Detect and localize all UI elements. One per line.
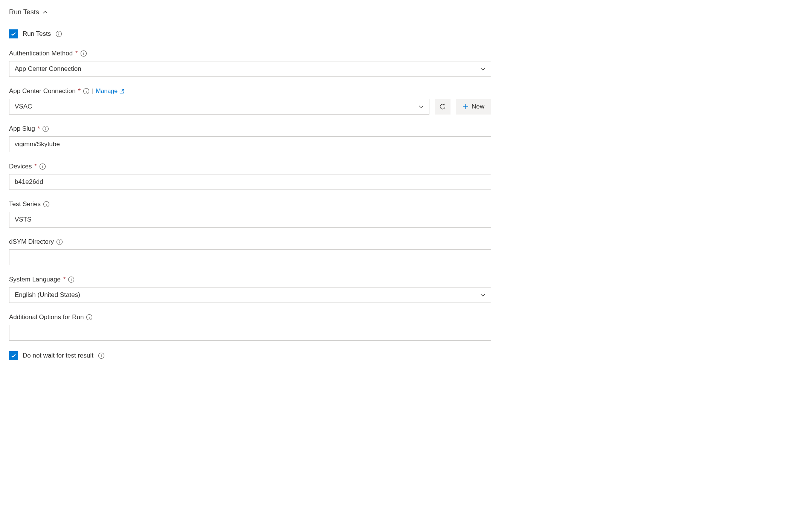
auth-method-value: App Center Connection: [15, 65, 81, 73]
sys-lang-label: System Language *: [9, 276, 66, 283]
dsym-label: dSYM Directory: [9, 238, 54, 246]
run-tests-checkbox-row: Run Tests: [9, 29, 779, 38]
connection-label: App Center Connection *: [9, 87, 81, 95]
svg-point-21: [59, 240, 60, 241]
svg-point-1: [59, 32, 59, 33]
svg-point-27: [89, 316, 90, 316]
auth-method-label: Authentication Method *: [9, 50, 78, 57]
manage-link[interactable]: Manage: [96, 88, 124, 95]
chevron-down-icon: [418, 104, 424, 109]
refresh-button[interactable]: [435, 99, 451, 115]
new-button-label: New: [472, 103, 484, 110]
devices-group: Devices *: [9, 163, 491, 190]
test-series-input[interactable]: [9, 212, 491, 228]
add-options-group: Additional Options for Run: [9, 313, 491, 341]
connection-select[interactable]: VSAC: [9, 99, 429, 115]
app-center-connection-group: App Center Connection * | Manage VSAC: [9, 87, 491, 115]
section-title: Run Tests: [9, 8, 39, 16]
devices-label: Devices *: [9, 163, 37, 170]
app-slug-input[interactable]: [9, 136, 491, 152]
add-options-label: Additional Options for Run: [9, 313, 84, 321]
info-icon[interactable]: [43, 201, 50, 208]
info-icon[interactable]: [86, 314, 93, 321]
sys-lang-value: English (United States): [15, 291, 80, 299]
chevron-down-icon: [480, 292, 486, 298]
info-icon[interactable]: [83, 88, 90, 95]
test-series-label: Test Series: [9, 200, 41, 208]
info-icon[interactable]: [42, 125, 49, 132]
no-wait-checkbox[interactable]: [9, 351, 18, 360]
svg-point-15: [42, 165, 43, 165]
new-button[interactable]: New: [456, 99, 491, 115]
svg-point-18: [46, 203, 46, 203]
no-wait-checkbox-row: Do not wait for test result: [9, 351, 779, 360]
external-link-icon: [119, 89, 124, 94]
plus-icon: [463, 104, 469, 110]
app-slug-group: App Slug *: [9, 125, 491, 152]
svg-point-12: [46, 127, 46, 128]
info-icon[interactable]: [68, 276, 75, 283]
sys-lang-group: System Language * English (United States…: [9, 276, 491, 303]
svg-point-7: [86, 90, 86, 90]
auth-method-select[interactable]: App Center Connection: [9, 61, 491, 77]
auth-method-group: Authentication Method * App Center Conne…: [9, 50, 491, 77]
divider: |: [92, 88, 93, 95]
no-wait-label: Do not wait for test result: [23, 352, 93, 359]
run-tests-label: Run Tests: [23, 30, 51, 38]
run-tests-checkbox[interactable]: [9, 29, 18, 38]
info-icon[interactable]: [56, 238, 63, 245]
svg-point-4: [83, 52, 84, 52]
connection-value: VSAC: [15, 103, 32, 110]
sys-lang-select[interactable]: English (United States): [9, 287, 491, 303]
chevron-down-icon: [480, 66, 486, 72]
dsym-input[interactable]: [9, 249, 491, 265]
app-slug-label: App Slug *: [9, 125, 40, 133]
dsym-group: dSYM Directory: [9, 238, 491, 265]
svg-point-24: [71, 278, 72, 278]
devices-input[interactable]: [9, 174, 491, 190]
info-icon[interactable]: [80, 50, 87, 57]
section-header-run-tests[interactable]: Run Tests: [9, 8, 779, 18]
connection-row: VSAC New: [9, 99, 491, 115]
chevron-up-icon: [42, 9, 48, 15]
info-icon[interactable]: [98, 352, 105, 359]
info-icon[interactable]: [39, 163, 46, 170]
info-icon[interactable]: [55, 31, 62, 37]
test-series-group: Test Series: [9, 200, 491, 228]
add-options-input[interactable]: [9, 325, 491, 341]
svg-point-30: [101, 354, 101, 355]
